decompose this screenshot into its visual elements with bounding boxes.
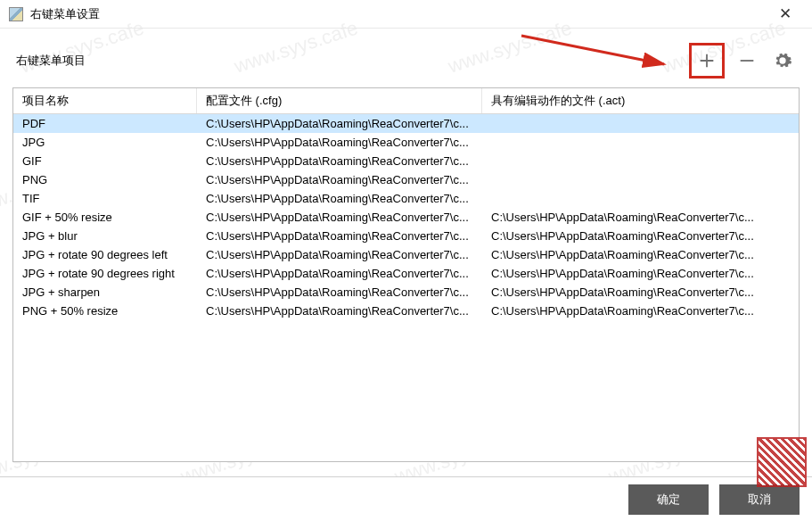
- toolbar: 右键菜单项目: [0, 29, 812, 84]
- table-row[interactable]: TIFC:\Users\HP\AppData\Roaming\ReaConver…: [13, 189, 799, 208]
- cell-act: C:\Users\HP\AppData\Roaming\ReaConverter…: [482, 283, 799, 302]
- plus-icon: [697, 51, 717, 70]
- cell-name: JPG + blur: [13, 227, 197, 245]
- cell-name: PDF: [13, 114, 197, 133]
- minus-icon: [737, 51, 757, 70]
- table-row[interactable]: JPG + rotate 90 degrees leftC:\Users\HP\…: [13, 245, 799, 264]
- close-button[interactable]: ✕: [767, 2, 803, 27]
- cell-act: C:\Users\HP\AppData\Roaming\ReaConverter…: [482, 208, 799, 227]
- cell-cfg: C:\Users\HP\AppData\Roaming\ReaConverter…: [197, 133, 482, 152]
- section-label: 右键菜单项目: [16, 53, 689, 69]
- table-row[interactable]: JPGC:\Users\HP\AppData\Roaming\ReaConver…: [13, 133, 799, 152]
- cell-name: TIF: [13, 189, 197, 208]
- table-row[interactable]: JPG + sharpenC:\Users\HP\AppData\Roaming…: [13, 283, 799, 302]
- cell-cfg: C:\Users\HP\AppData\Roaming\ReaConverter…: [197, 283, 482, 302]
- gear-icon: [773, 51, 792, 70]
- cell-cfg: C:\Users\HP\AppData\Roaming\ReaConverter…: [197, 170, 482, 189]
- cell-act: [482, 114, 799, 133]
- cell-name: JPG + rotate 90 degrees right: [13, 264, 197, 283]
- add-button-highlight: [689, 43, 725, 79]
- table-row[interactable]: GIF + 50% resizeC:\Users\HP\AppData\Roam…: [13, 208, 799, 227]
- titlebar: 右键菜单设置 ✕: [0, 0, 812, 29]
- table-row[interactable]: PDFC:\Users\HP\AppData\Roaming\ReaConver…: [13, 114, 799, 133]
- cell-cfg: C:\Users\HP\AppData\Roaming\ReaConverter…: [197, 245, 482, 264]
- close-icon: ✕: [779, 4, 791, 23]
- cell-name: JPG + sharpen: [13, 283, 197, 302]
- cell-act: C:\Users\HP\AppData\Roaming\ReaConverter…: [482, 227, 799, 245]
- app-icon: [9, 7, 23, 21]
- footer: 确定 取消: [0, 476, 812, 521]
- cell-act: [482, 170, 799, 189]
- cell-cfg: C:\Users\HP\AppData\Roaming\ReaConverter…: [197, 152, 482, 170]
- cell-name: PNG: [13, 170, 197, 189]
- cell-cfg: C:\Users\HP\AppData\Roaming\ReaConverter…: [197, 302, 482, 320]
- ok-button[interactable]: 确定: [628, 484, 709, 515]
- cell-cfg: C:\Users\HP\AppData\Roaming\ReaConverter…: [197, 264, 482, 283]
- cell-act: [482, 152, 799, 170]
- table-row[interactable]: JPG + blurC:\Users\HP\AppData\Roaming\Re…: [13, 227, 799, 245]
- table-row[interactable]: GIFC:\Users\HP\AppData\Roaming\ReaConver…: [13, 152, 799, 170]
- cell-cfg: C:\Users\HP\AppData\Roaming\ReaConverter…: [197, 114, 482, 133]
- cell-name: GIF + 50% resize: [13, 208, 197, 227]
- cell-act: C:\Users\HP\AppData\Roaming\ReaConverter…: [482, 302, 799, 320]
- cell-cfg: C:\Users\HP\AppData\Roaming\ReaConverter…: [197, 227, 482, 245]
- cell-name: PNG + 50% resize: [13, 302, 197, 320]
- cell-name: GIF: [13, 152, 197, 170]
- cell-cfg: C:\Users\HP\AppData\Roaming\ReaConverter…: [197, 208, 482, 227]
- table-row[interactable]: PNG + 50% resizeC:\Users\HP\AppData\Roam…: [13, 302, 799, 320]
- cell-act: [482, 189, 799, 208]
- col-name[interactable]: 项目名称: [13, 88, 197, 113]
- col-cfg[interactable]: 配置文件 (.cfg): [197, 88, 482, 113]
- settings-button[interactable]: [769, 47, 796, 74]
- svg-rect-0: [741, 60, 754, 62]
- cell-act: [482, 133, 799, 152]
- items-table: 项目名称 配置文件 (.cfg) 具有编辑动作的文件 (.act) PDFC:\…: [12, 87, 800, 462]
- table-row[interactable]: PNGC:\Users\HP\AppData\Roaming\ReaConver…: [13, 170, 799, 189]
- cell-cfg: C:\Users\HP\AppData\Roaming\ReaConverter…: [197, 189, 482, 208]
- table-header: 项目名称 配置文件 (.cfg) 具有编辑动作的文件 (.act): [13, 88, 799, 114]
- cancel-button[interactable]: 取消: [719, 484, 800, 515]
- table-row[interactable]: JPG + rotate 90 degrees rightC:\Users\HP…: [13, 264, 799, 283]
- add-button[interactable]: [693, 47, 720, 74]
- remove-button[interactable]: [734, 47, 760, 74]
- cell-name: JPG: [13, 133, 197, 152]
- cell-act: C:\Users\HP\AppData\Roaming\ReaConverter…: [482, 245, 799, 264]
- cell-name: JPG + rotate 90 degrees left: [13, 245, 197, 264]
- col-act[interactable]: 具有编辑动作的文件 (.act): [482, 88, 799, 113]
- cell-act: C:\Users\HP\AppData\Roaming\ReaConverter…: [482, 264, 799, 283]
- window-title: 右键菜单设置: [30, 6, 767, 22]
